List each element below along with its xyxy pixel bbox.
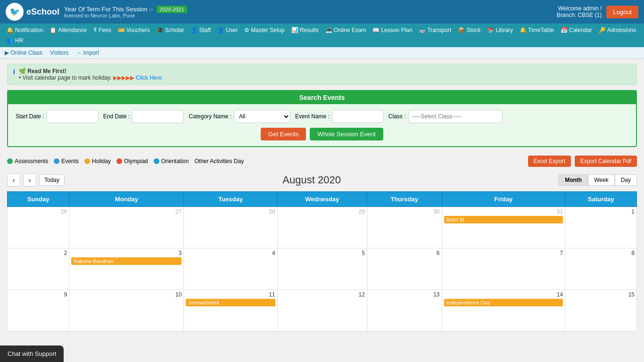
nav-user[interactable]: 👤 User [215, 25, 240, 35]
prev-month-button[interactable]: ‹ [7, 173, 20, 187]
day-cell[interactable]: 2 [8, 248, 69, 290]
start-date-field: Start Date : [16, 110, 99, 123]
excel-export-button[interactable]: Excel Export [528, 156, 571, 167]
day-cell[interactable]: 3 Raksha Bandhan [69, 248, 184, 290]
category-select[interactable]: All Assessments Events Holiday Olympiad … [234, 110, 290, 123]
day-cell[interactable]: 29 [277, 207, 367, 248]
nav-transport[interactable]: 🚌 Transport [416, 25, 454, 35]
nav-staff[interactable]: 👤 Staff [188, 25, 214, 35]
search-row: Start Date : End Date : Category Name : … [16, 110, 628, 123]
calendar-nav: ‹ › Today August 2020 Month Week Day [0, 171, 644, 189]
end-date-field: End Date : [103, 110, 184, 123]
list-item[interactable]: Janmashtami [186, 299, 275, 306]
nav-vouchers[interactable]: 🎫 Vouchers [115, 25, 153, 35]
today-button[interactable]: Today [39, 174, 65, 186]
logo-text: eSchool [26, 7, 59, 17]
day-cell[interactable]: 26 [8, 207, 69, 248]
logo-icon: 🐦 [6, 3, 24, 21]
sub-nav: ▶ Online Class Visitors → Import [0, 47, 644, 59]
legend-orientation: Orientation [154, 158, 189, 165]
legend-events: Events [54, 158, 79, 165]
info-read-me: 🌿 Read Me First! [19, 68, 162, 74]
table-row: 2 3 Raksha Bandhan 4 5 6 7 8 [8, 248, 637, 290]
header-sunday: Sunday [8, 192, 69, 207]
assessments-dot [7, 158, 13, 164]
whole-session-button[interactable]: Whole Session Event [310, 128, 383, 140]
get-events-button[interactable]: Get Events [261, 128, 306, 140]
header-title: Year Of Term For This Session :- 2020-20… [64, 6, 187, 13]
event-name-input[interactable] [332, 110, 384, 123]
day-view-button[interactable]: Day [615, 174, 637, 186]
day-cell[interactable]: 1 [565, 207, 637, 248]
legend-items: Assessments Events Holiday Olympiad Orie… [7, 158, 244, 165]
legend-holiday: Holiday [84, 158, 111, 165]
day-cell[interactable]: 9 [8, 290, 69, 331]
calendar-header-row: Sunday Monday Tuesday Wednesday Thursday… [8, 192, 637, 207]
nav-timetable[interactable]: 🔔 TimeTable [517, 25, 557, 35]
orientation-dot [154, 158, 159, 164]
search-body: Start Date : End Date : Category Name : … [8, 104, 636, 146]
month-view-button[interactable]: Month [559, 174, 588, 186]
nav-results[interactable]: 📊 Results [289, 25, 322, 35]
day-cell[interactable]: 27 [69, 207, 184, 248]
day-cell[interactable]: 11 Janmashtami [184, 290, 277, 331]
nav-calendar[interactable]: 📅 Calendar [558, 25, 595, 35]
day-cell[interactable]: 10 [69, 290, 184, 331]
nav-online-exam[interactable]: 💻 Online Exam [322, 25, 369, 35]
day-cell[interactable]: 30 [367, 207, 442, 248]
event-name-field: Event Name : [295, 110, 384, 123]
nav-fees[interactable]: ₹ Fees [91, 25, 114, 35]
pdf-export-button[interactable]: Export Calendar Pdf [575, 156, 637, 167]
day-cell[interactable]: 7 [442, 248, 565, 290]
sub-nav-visitors[interactable]: Visitors [50, 49, 68, 56]
header-right: Welcome admin ! Branch: CBSE (1) Logout [557, 5, 638, 18]
day-cell[interactable]: 12 [277, 290, 367, 331]
next-month-button[interactable]: › [23, 173, 36, 187]
day-cell[interactable]: 28 [184, 207, 277, 248]
holiday-dot [84, 158, 90, 164]
week-view-button[interactable]: Week [588, 174, 614, 186]
list-item[interactable]: Independence Day [444, 299, 563, 306]
sub-nav-import[interactable]: → Import [76, 49, 99, 56]
day-cell[interactable]: 15 [565, 290, 637, 331]
class-input[interactable] [408, 110, 503, 123]
logout-button[interactable]: Logout [606, 6, 638, 18]
nav-attendance[interactable]: 📋 Attendance [47, 25, 90, 35]
end-date-input[interactable] [132, 110, 184, 123]
calendar-table: Sunday Monday Tuesday Wednesday Thursday… [7, 191, 637, 331]
day-cell[interactable]: 4 [184, 248, 277, 290]
play-icon: ▶ [5, 49, 9, 56]
info-box: i 🌿 Read Me First! • Visit calendar page… [7, 64, 637, 85]
day-cell[interactable]: 8 [565, 248, 637, 290]
nav-lesson-plan[interactable]: 📖 Lesson Plan [370, 25, 415, 35]
start-date-label: Start Date : [16, 113, 44, 120]
nav-notification[interactable]: 🔔 Notification [4, 25, 46, 35]
nav-hr[interactable]: 👥 HR [4, 36, 26, 45]
day-cell[interactable]: 5 [277, 248, 367, 290]
sub-nav-online-class[interactable]: ▶ Online Class [5, 49, 42, 56]
legend-olympiad: Olympiad [116, 158, 148, 165]
day-cell[interactable]: 31 Bakri Id [442, 207, 565, 248]
day-cell[interactable]: 13 [367, 290, 442, 331]
start-date-input[interactable] [47, 110, 99, 123]
list-item[interactable]: Bakri Id [444, 216, 563, 223]
list-item[interactable]: Raksha Bandhan [71, 257, 182, 265]
header-thursday: Thursday [367, 192, 442, 207]
class-field: Class : [388, 110, 503, 123]
legend-other: Other Activities Day [194, 158, 244, 165]
nav-stock[interactable]: 📦 Stock [455, 25, 483, 35]
day-cell[interactable]: 6 [367, 248, 442, 290]
event-name-label: Event Name : [295, 113, 330, 120]
nav-scholar[interactable]: 🎓 Scholar [154, 25, 187, 35]
day-cell[interactable]: 14 Independence Day [442, 290, 565, 331]
nav-admissions[interactable]: 🔑 Admissions [596, 25, 639, 35]
nav-bar: 🔔 Notification 📋 Attendance ₹ Fees 🎫 Vou… [0, 24, 644, 47]
nav-library[interactable]: 📚 Library [484, 25, 516, 35]
click-here-link[interactable]: Click Here [136, 74, 162, 81]
class-label: Class : [388, 113, 406, 120]
legend-actions: Excel Export Export Calendar Pdf [528, 156, 637, 167]
nav-master-setup[interactable]: ⚙ Master Setup [241, 25, 287, 35]
table-row: 9 10 11 Janmashtami 12 13 14 Independenc… [8, 290, 637, 331]
info-text: • Visit calendar page to mark holiday. ▶… [19, 74, 162, 81]
header-saturday: Saturday [565, 192, 637, 207]
